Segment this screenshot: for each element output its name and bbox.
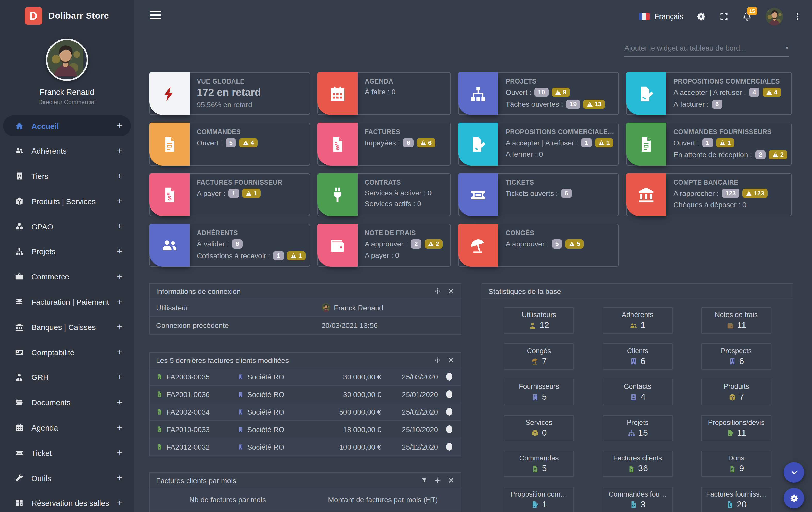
- settings-gear-icon[interactable]: [697, 12, 706, 21]
- stat-tile-services[interactable]: Services0: [504, 415, 574, 441]
- stat-tile-fournisseurs[interactable]: Fournisseurs5: [504, 379, 574, 405]
- sidebar-item-agenda[interactable]: Agenda+: [3, 417, 131, 438]
- stat-tile-produits[interactable]: Produits7: [701, 379, 771, 405]
- expand-plus[interactable]: +: [117, 448, 122, 458]
- add-widget-select[interactable]: Ajouter le widget au tableau de bord... …: [625, 44, 789, 57]
- scroll-down-button[interactable]: [784, 462, 804, 483]
- sidebar-item-produits-services[interactable]: Produits | Services+: [3, 191, 131, 212]
- expand-plus[interactable]: +: [117, 272, 122, 282]
- sidebar-item-outils[interactable]: Outils+: [3, 468, 131, 488]
- filter-icon[interactable]: [421, 477, 428, 484]
- expand-plus[interactable]: +: [117, 146, 122, 156]
- card-contrats[interactable]: CONTRATS Services à activer : 0 Services…: [317, 173, 451, 216]
- expand-plus[interactable]: +: [117, 171, 122, 181]
- stat-tile-factures-fournisseurs[interactable]: Factures fourniss…20: [701, 486, 771, 512]
- card-note-de-frais[interactable]: NOTE DE FRAIS A approuver :22 A payer : …: [317, 224, 451, 267]
- settings-fab-button[interactable]: [784, 488, 804, 508]
- stat-tile-propositions-devis[interactable]: Propositions/devis11: [701, 415, 771, 441]
- invoice-ref[interactable]: FA2002-0034: [167, 408, 210, 416]
- expand-plus[interactable]: +: [117, 423, 122, 433]
- card-commandes[interactable]: COMMANDES Ouvert :54: [149, 123, 310, 165]
- invoice-row[interactable]: FA2002-0034 Société RO 500 000,00 € 25/0…: [150, 403, 461, 421]
- company-name[interactable]: Société RO: [247, 425, 284, 433]
- sidebar-item-gpao[interactable]: GPAO+: [3, 216, 131, 237]
- close-icon[interactable]: [448, 357, 455, 363]
- expand-plus[interactable]: +: [117, 297, 122, 307]
- stat-tile-adherents[interactable]: Adhérents1: [603, 307, 673, 333]
- hamburger-menu-icon[interactable]: [150, 11, 161, 21]
- sidebar-item-commerce[interactable]: Commerce+: [3, 267, 131, 287]
- row-value[interactable]: Franck Renaud: [334, 303, 383, 312]
- close-icon[interactable]: [448, 477, 455, 484]
- topbar-avatar[interactable]: [765, 8, 783, 25]
- invoice-ref[interactable]: FA2012-0032: [167, 443, 210, 451]
- sidebar-item-facturation[interactable]: Facturation | Paiement+: [3, 292, 131, 312]
- company-name[interactable]: Société RO: [247, 408, 284, 416]
- company-name[interactable]: Société RO: [247, 373, 284, 381]
- expand-plus[interactable]: +: [117, 347, 122, 357]
- card-propositions-commerciale-2[interactable]: PROPOSITIONS COMMERCIALE… A accepter | A…: [458, 123, 619, 165]
- card-vue-globale[interactable]: VUE GLOBALE 172 en retard 95,56% en reta…: [149, 72, 310, 115]
- expand-plus[interactable]: +: [117, 498, 122, 508]
- card-agenda[interactable]: AGENDA À faire : 0: [317, 72, 451, 115]
- sidebar-item-accueil[interactable]: Accueil+: [3, 115, 131, 136]
- sidebar-item-adherents[interactable]: Adhérents+: [3, 141, 131, 161]
- card-propositions-commerciales[interactable]: PROPOSITIONS COMMERCIALES A accepter | A…: [626, 72, 792, 115]
- company-name[interactable]: Société RO: [247, 443, 284, 451]
- expand-plus[interactable]: +: [117, 196, 122, 207]
- card-factures[interactable]: FACTURES Impayées :66: [317, 123, 451, 165]
- close-icon[interactable]: [448, 288, 455, 294]
- expand-plus[interactable]: +: [117, 120, 122, 131]
- expand-plus[interactable]: +: [117, 322, 122, 332]
- sidebar-item-reservation-salles[interactable]: Réservation des salles+: [3, 493, 131, 512]
- stat-tile-projets[interactable]: Projets15: [603, 415, 673, 441]
- stat-tile-prospects[interactable]: Prospects6: [701, 343, 771, 370]
- sidebar-item-comptabilite[interactable]: Comptabilité+: [3, 342, 131, 362]
- company-name[interactable]: Société RO: [247, 390, 284, 398]
- app-brand[interactable]: D Dolibarr Store: [0, 0, 134, 25]
- stat-tile-factures-clients[interactable]: Factures clients36: [603, 451, 673, 477]
- move-icon[interactable]: [434, 288, 441, 294]
- invoice-ref[interactable]: FA2001-0036: [167, 390, 210, 398]
- expand-plus[interactable]: +: [117, 372, 122, 383]
- card-adherents[interactable]: ADHÉRENTS À valider :6 Cotisations à rec…: [149, 224, 310, 267]
- move-icon[interactable]: [434, 357, 441, 363]
- sidebar-item-ticket[interactable]: Ticket+: [3, 443, 131, 463]
- stat-tile-clients[interactable]: Clients6: [603, 343, 673, 370]
- expand-plus[interactable]: +: [117, 473, 122, 483]
- stat-tile-utilisateurs[interactable]: Utilisateurs12: [504, 307, 574, 333]
- card-factures-fournisseur[interactable]: FACTURES FOURNISSEUR A payer :11: [149, 173, 310, 216]
- invoice-row[interactable]: FA2003-0035 Société RO 30 000,00 € 25/03…: [150, 368, 461, 386]
- language-selector[interactable]: Français: [639, 12, 683, 21]
- stat-tile-dons[interactable]: Dons9: [701, 451, 771, 477]
- stat-tile-conges[interactable]: Congés7: [504, 343, 574, 370]
- card-projets[interactable]: PROJETS Ouvert :109 Tâches ouvertes :191…: [458, 72, 619, 115]
- card-compte-bancaire[interactable]: COMPTE BANCAIRE A rapprocher :123123 Chè…: [626, 173, 792, 216]
- sidebar-item-grh[interactable]: GRH+: [3, 367, 131, 388]
- sidebar-item-documents[interactable]: Documents+: [3, 393, 131, 413]
- stat-tile-commandes-fournisseurs[interactable]: Commandes fou…3: [603, 486, 673, 512]
- card-tickets[interactable]: TICKETS Tickets ouverts :6: [458, 173, 619, 216]
- notifications-bell[interactable]: 15: [742, 11, 752, 22]
- card-conges[interactable]: CONGÉS A approuver :55: [458, 224, 619, 267]
- card-commandes-fournisseurs[interactable]: COMMANDES FOURNISSEURS Ouvert :11 En att…: [626, 123, 792, 165]
- invoice-ref[interactable]: FA2003-0035: [167, 373, 210, 381]
- invoice-row[interactable]: FA2001-0036 Société RO 30 000,00 € 25/01…: [150, 386, 461, 403]
- kebab-menu-icon[interactable]: [796, 12, 799, 21]
- fullscreen-icon[interactable]: [719, 12, 728, 21]
- invoice-ref[interactable]: FA2010-0033: [167, 425, 210, 433]
- invoice-row[interactable]: FA2010-0033 Société RO 18 000,00 € 25/10…: [150, 421, 461, 438]
- expand-plus[interactable]: +: [117, 246, 122, 257]
- sidebar-item-tiers[interactable]: Tiers+: [3, 166, 131, 186]
- move-icon[interactable]: [434, 477, 441, 484]
- stat-tile-notes-de-frais[interactable]: Notes de frais11: [701, 307, 771, 333]
- stat-tile-commandes[interactable]: Commandes5: [504, 451, 574, 477]
- user-avatar[interactable]: [46, 39, 88, 81]
- expand-plus[interactable]: +: [117, 398, 122, 408]
- expand-plus[interactable]: +: [117, 221, 122, 232]
- stat-tile-contacts[interactable]: Contacts4: [603, 379, 673, 405]
- sidebar-item-projets[interactable]: Projets+: [3, 241, 131, 262]
- sidebar-item-banques[interactable]: Banques | Caisses+: [3, 317, 131, 338]
- invoice-row[interactable]: FA2012-0032 Société RO 100 000,00 € 25/1…: [150, 438, 461, 456]
- stat-tile-proposition-commerciale[interactable]: Proposition com…1: [504, 486, 574, 512]
